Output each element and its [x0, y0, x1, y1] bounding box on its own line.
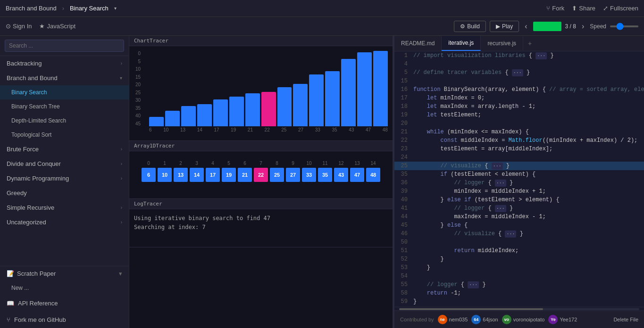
- line-content: } else {: [411, 221, 644, 230]
- chart-bars: [149, 51, 388, 126]
- contributor-voronoipotato[interactable]: vovoronoipotato: [502, 315, 545, 324]
- code-tab-recursive-js[interactable]: recursive.js: [481, 36, 523, 50]
- sidebar-item-branch-and-bound[interactable]: Branch and Bound▾: [0, 71, 129, 85]
- contributor-64json[interactable]: 6464json: [471, 315, 498, 324]
- array-index: 0: [142, 161, 156, 166]
- sidebar-item-divide-and-conquer[interactable]: Divide and Conquer›: [0, 156, 129, 171]
- line-content: let minIndex = 0;: [411, 94, 644, 102]
- build-icon: ⚙: [460, 23, 465, 30]
- speed-label: Speed: [590, 23, 606, 30]
- code-line: 45 } else {: [394, 221, 644, 230]
- top-bar: Branch and Bound › Binary Search ▾ ⑂ For…: [0, 0, 644, 17]
- chevron-icon: ›: [121, 176, 122, 181]
- line-content: const middleIndex = Math.floor((minIndex…: [411, 136, 644, 145]
- chevron-icon: ›: [121, 205, 122, 210]
- code-line: 40 } else if (testElement > element) {: [394, 196, 644, 204]
- contributor-name: 64json: [483, 317, 498, 322]
- chart-bar: [213, 99, 228, 126]
- build-button[interactable]: ⚙ Build: [454, 21, 486, 32]
- sidebar-item-greedy[interactable]: Greedy: [0, 186, 129, 200]
- step-counter: 3 / 8: [565, 23, 576, 30]
- array-index: 6: [238, 161, 252, 166]
- contributor-nem035[interactable]: nenem035: [438, 315, 468, 324]
- sidebar-item-new[interactable]: New ...: [0, 281, 129, 295]
- sidebar-item-scratch-paper[interactable]: 📝 Scratch Paper ▾: [0, 266, 129, 281]
- contributor-Yee172[interactable]: YeYee172: [548, 315, 577, 324]
- line-content: [411, 77, 644, 85]
- line-number: 52: [394, 255, 411, 263]
- line-number: 23: [394, 145, 411, 153]
- x-label: 35: [332, 127, 337, 132]
- sidebar-item-uncategorized[interactable]: Uncategorized›: [0, 215, 129, 230]
- y-label: 15: [129, 74, 141, 80]
- array-index: 7: [254, 161, 268, 166]
- x-label: 25: [281, 127, 286, 132]
- log-area: Using iterative binary search to find 47…: [129, 209, 393, 247]
- share-button[interactable]: ⬆ Share: [572, 5, 595, 12]
- chart-bar: [165, 111, 180, 126]
- line-number: 21: [394, 128, 411, 136]
- array-index: 2: [174, 161, 188, 166]
- line-number: 25: [394, 162, 411, 170]
- sidebar-item-binary-search-tree[interactable]: Binary Search Tree: [0, 99, 129, 114]
- chart-tracer-label: ChartTracer: [129, 36, 393, 46]
- log-tracer-label: LogTracer: [129, 199, 393, 209]
- search-input[interactable]: [5, 40, 124, 52]
- code-tab-README-md[interactable]: README.md: [394, 36, 442, 50]
- line-content: // logger { ··· }: [411, 179, 644, 187]
- line-content: }: [411, 255, 644, 263]
- line-content: return middleIndex;: [411, 246, 644, 255]
- sidebar-item-dynamic-programming[interactable]: Dynamic Programming›: [0, 171, 129, 186]
- line-number: 44: [394, 213, 411, 221]
- javascript-selector[interactable]: ★ JavaScript: [39, 23, 75, 30]
- fullscreen-button[interactable]: ⤢ Fullscreen: [603, 5, 638, 12]
- sidebar-sub-label: Depth-Limited Search: [11, 117, 66, 124]
- sidebar-item-api-reference[interactable]: 📖 API Reference: [0, 295, 129, 312]
- fork-button[interactable]: ⑂ Fork: [546, 5, 564, 12]
- line-number: 50: [394, 238, 411, 246]
- scrollbar-track: [399, 308, 639, 310]
- next-step-button[interactable]: ›: [580, 22, 586, 31]
- sidebar-item-brute-force[interactable]: Brute Force›: [0, 142, 129, 156]
- array-cell: 14: [190, 168, 204, 182]
- code-line: 21 while (minIndex <= maxIndex) {: [394, 128, 644, 136]
- user-icon: ⊙: [6, 23, 11, 30]
- array-index: 9: [286, 161, 300, 166]
- array-tracer-section: Array1DTracer 01234567891011121314 61013…: [129, 141, 393, 199]
- prev-step-button[interactable]: ‹: [523, 22, 529, 31]
- chart-tracer-section: ChartTracer 454035302520151050 610131417…: [129, 36, 393, 141]
- breadcrumb-child[interactable]: Binary Search: [70, 5, 109, 12]
- log-tracer-section: LogTracer Using iterative binary search …: [129, 199, 393, 247]
- scratch-paper-icon: 📝: [7, 270, 14, 277]
- line-number: 24: [394, 153, 411, 162]
- breadcrumb-parent[interactable]: Branch and Bound: [6, 5, 57, 12]
- code-line: 19 let testElement;: [394, 111, 644, 119]
- code-scrollbar[interactable]: [394, 307, 644, 311]
- sidebar-item-github[interactable]: ⑂ Fork me on GitHub: [0, 312, 129, 328]
- signin-button[interactable]: ⊙ Sign In: [6, 23, 32, 30]
- sidebar-item-backtracking[interactable]: Backtracking›: [0, 56, 129, 71]
- array-cell: 10: [158, 168, 172, 182]
- line-content: testElement = array[middleIndex];: [411, 145, 644, 153]
- chart-bar: [149, 117, 164, 126]
- code-content[interactable]: 1// import visualization libraries { ···…: [394, 51, 644, 307]
- code-line: 22 const middleIndex = Math.floor((minIn…: [394, 136, 644, 145]
- sidebar-item-binary-search[interactable]: Binary Search: [0, 85, 129, 99]
- play-button[interactable]: ▶ Play: [490, 21, 519, 32]
- star-icon: ★: [39, 23, 45, 30]
- code-line: 36 // logger { ··· }: [394, 179, 644, 187]
- speed-slider[interactable]: [610, 25, 638, 27]
- progress-bar: [533, 22, 561, 31]
- sidebar-item-simple-recursive[interactable]: Simple Recursive›: [0, 200, 129, 215]
- array-cell: 13: [174, 168, 188, 182]
- chart-bar: [373, 51, 388, 126]
- code-tab-iterative-js[interactable]: iterative.js: [442, 36, 481, 51]
- chart-area: 454035302520151050 610131417192122252733…: [129, 46, 393, 140]
- add-tab-button[interactable]: +: [523, 36, 536, 51]
- delete-file-button[interactable]: Delete File: [613, 317, 638, 322]
- sidebar-item-depth-limited-search[interactable]: Depth-Limited Search: [0, 114, 129, 128]
- sidebar-item-topological-sort[interactable]: Topological Sort: [0, 128, 129, 142]
- x-label: 22: [265, 127, 270, 132]
- array-index: 4: [206, 161, 220, 166]
- line-content: // logger { ··· }: [411, 280, 644, 289]
